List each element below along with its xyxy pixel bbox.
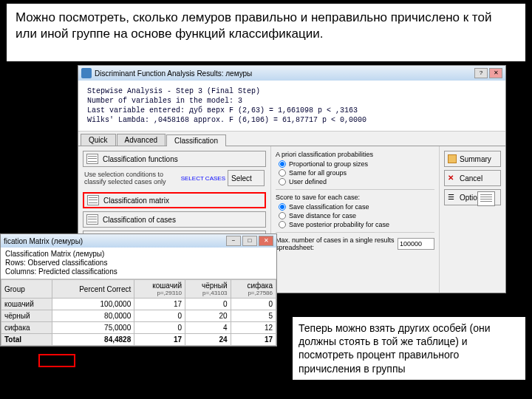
matrix-header-line: Rows: Observed classifications	[5, 259, 272, 267]
row-group: чёрный	[1, 310, 52, 322]
summary-button[interactable]: Summary	[444, 151, 501, 167]
options-column: A priori classification probabilities Pr…	[270, 146, 439, 293]
tab-advanced[interactable]: Advanced	[117, 134, 166, 146]
radio-label: User defined	[289, 178, 327, 185]
radio-label: Proportional to group sizes	[289, 160, 368, 168]
col-cat2: чёрныйp=,43103	[185, 280, 231, 299]
stats-line: Wilks' Lambda: ,0458168 approx. F (6,106…	[87, 115, 497, 125]
help-window-button[interactable]: ?	[474, 68, 488, 78]
grid-icon	[86, 214, 98, 225]
tab-quick[interactable]: Quick	[81, 134, 116, 146]
cell: 0	[134, 310, 185, 322]
options-icon: ☰	[448, 193, 457, 202]
table-row: чёрный80,00000205	[1, 310, 276, 322]
radio-input[interactable]	[279, 160, 286, 168]
row-group: сифака	[1, 322, 52, 334]
cell: 0	[185, 299, 231, 310]
col-cat3: сифакаp=,27586	[231, 280, 276, 299]
dialog-titlebar: Discriminant Function Analysis Results: …	[78, 66, 505, 81]
grid-icon	[86, 154, 98, 164]
radio-userdefined[interactable]: User defined	[279, 178, 434, 185]
maximize-button[interactable]: □	[242, 236, 257, 246]
radio-same[interactable]: Same for all groups	[279, 169, 434, 177]
cell: 20	[185, 310, 231, 322]
matrix-header-line: Columns: Predicted classifications	[5, 267, 272, 276]
app-icon	[81, 68, 92, 78]
row-group: Total	[1, 334, 52, 346]
radio-proportional[interactable]: Proportional to group sizes	[279, 160, 434, 168]
matrix-title-line: Classification Matrix (лемуры)	[5, 250, 272, 259]
cell: 24	[185, 334, 231, 346]
row-group: кошачий	[1, 299, 52, 310]
radio-input[interactable]	[279, 212, 286, 219]
score-group: Score to save for each case: Save classi…	[276, 194, 434, 228]
close-button[interactable]: ✕	[259, 236, 273, 246]
slide-top-text: Можно посмотреть, сколько лемуров правил…	[6, 3, 526, 62]
matrix-window-buttons: − □ ✕	[226, 236, 273, 246]
row-percent: 84,4828	[52, 334, 134, 346]
button-label: Classification of cases	[103, 216, 176, 224]
classification-matrix-button[interactable]: Classification matrix	[83, 192, 266, 208]
stats-line: Last variable entered: дуб верх F (2,63)…	[87, 106, 497, 115]
table-row: кошачий100,00001700	[1, 299, 276, 310]
cancel-icon	[448, 174, 457, 183]
summary-icon	[448, 154, 457, 163]
button-label: Cancel	[460, 174, 482, 183]
radio-save-distance[interactable]: Save distance for case	[279, 212, 434, 219]
max-cases-input[interactable]	[398, 238, 434, 250]
model-summary-text: Stepwise Analysis - Step 3 (Final Step) …	[78, 81, 505, 132]
radio-label: Same for all groups	[289, 169, 347, 177]
stats-line: Number of variables in the model: 3	[87, 96, 497, 106]
table-row: сифака75,00000412	[1, 322, 276, 334]
row-percent: 75,0000	[52, 322, 134, 334]
col-cat1: кошачийp=,29310	[134, 280, 185, 299]
cell: 4	[185, 322, 231, 334]
row-percent: 100,0000	[52, 299, 134, 310]
cell: 0	[231, 299, 276, 310]
radio-input[interactable]	[279, 221, 286, 228]
close-window-button[interactable]: ✕	[489, 68, 502, 78]
row-percent: 80,0000	[52, 310, 134, 322]
tab-strip: Quick Advanced Classification	[78, 132, 505, 146]
cell: 12	[231, 322, 276, 334]
highlight-total-percent	[38, 354, 75, 367]
table-row: Total84,4828172417	[1, 334, 276, 346]
cell: 17	[231, 334, 276, 346]
apriori-title: A priori classification probabilities	[276, 151, 434, 158]
max-cases-label: Max. number of cases in a single results…	[276, 236, 398, 251]
matrix-titlebar: fication Matrix (лемуры) − □ ✕	[1, 234, 276, 248]
grid-icon	[87, 195, 99, 205]
cell: 0	[134, 322, 185, 334]
radio-label: Save posterior probability for case	[289, 221, 389, 228]
radio-save-classification[interactable]: Save classification for case	[279, 203, 434, 211]
separator	[276, 232, 434, 233]
button-label: Summary	[460, 155, 491, 163]
radio-save-posterior[interactable]: Save posterior probability for case	[279, 221, 434, 228]
col-group: Group	[1, 280, 52, 299]
max-cases-row: Max. number of cases in a single results…	[276, 236, 434, 251]
cell: 17	[134, 299, 185, 310]
slide-caption: Теперь можно взять других особей (они до…	[292, 316, 526, 381]
matrix-header: Classification Matrix (лемуры) Rows: Obs…	[1, 248, 276, 279]
radio-input[interactable]	[279, 178, 286, 185]
radio-label: Save distance for case	[289, 212, 356, 219]
select-cases-row: Use selection conditions to classify sel…	[83, 170, 266, 186]
minimize-button[interactable]: −	[226, 236, 241, 246]
select-cases-button[interactable]: Select	[228, 170, 265, 186]
cancel-button[interactable]: Cancel	[444, 170, 501, 186]
separator	[276, 189, 434, 190]
radio-input[interactable]	[279, 203, 286, 211]
results-spreadsheet-icon[interactable]	[477, 191, 495, 206]
tab-classification[interactable]: Classification	[166, 134, 226, 146]
dialog-title: Discriminant Function Analysis Results: …	[95, 69, 474, 78]
score-title: Score to save for each case:	[276, 194, 434, 201]
radio-input[interactable]	[279, 169, 286, 177]
classification-matrix-table: Group Percent Correct кошачийp=,29310 чё…	[1, 279, 276, 346]
select-cases-link[interactable]: SELECT CASES	[181, 175, 225, 182]
button-label: Select	[231, 174, 252, 183]
apriori-group: A priori classification probabilities Pr…	[276, 151, 434, 185]
classification-functions-button[interactable]: Classification functions	[83, 151, 266, 167]
classification-of-cases-button[interactable]: Classification of cases	[83, 211, 266, 228]
radio-label: Save classification for case	[289, 203, 369, 211]
select-help-text: Use selection conditions to classify sel…	[84, 171, 179, 185]
